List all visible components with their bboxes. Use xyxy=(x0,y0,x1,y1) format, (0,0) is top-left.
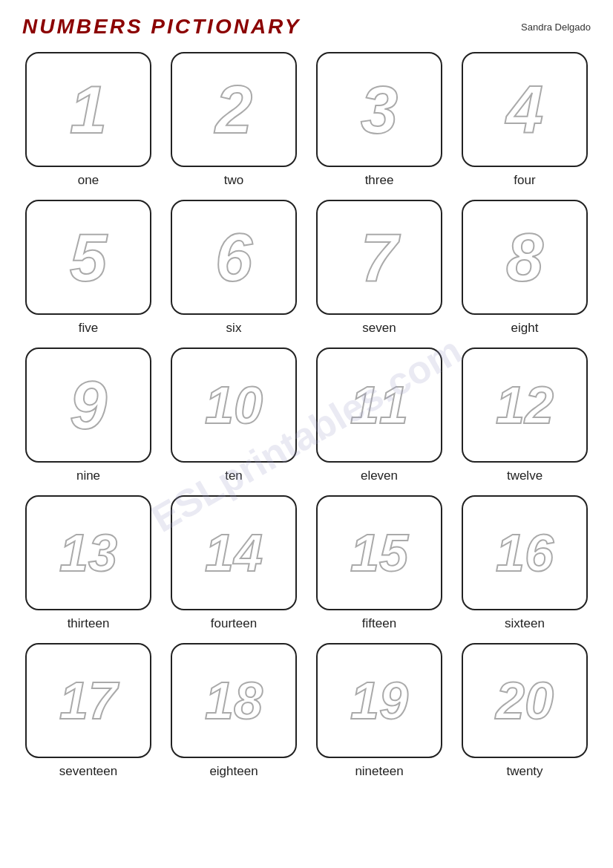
card-box-three: 3 xyxy=(316,52,442,167)
number-card-sixteen: 16sixteen xyxy=(459,495,591,631)
card-box-six: 6 xyxy=(171,200,297,315)
digit-eleven: 11 xyxy=(350,379,408,431)
card-box-eight: 8 xyxy=(462,200,588,315)
digit-seven: 7 xyxy=(361,224,398,291)
number-card-three: 3three xyxy=(313,52,445,188)
number-card-eighteen: 18eighteen xyxy=(168,643,300,779)
card-box-twelve: 12 xyxy=(462,347,588,463)
label-one: one xyxy=(78,173,99,188)
number-card-eleven: 11eleven xyxy=(313,347,445,483)
label-fourteen: fourteen xyxy=(211,616,257,631)
label-twenty: twenty xyxy=(506,764,542,779)
card-box-four: 4 xyxy=(462,52,588,167)
digit-sixteen: 16 xyxy=(496,527,554,579)
digit-five: 5 xyxy=(70,224,107,291)
page-title: NUMBERS PICTIONARY xyxy=(22,15,301,39)
label-seventeen: seventeen xyxy=(59,764,117,779)
label-nine: nine xyxy=(76,469,100,483)
label-ten: ten xyxy=(225,469,243,483)
card-box-twenty: 20 xyxy=(462,643,588,758)
label-seven: seven xyxy=(362,321,396,336)
card-box-eleven: 11 xyxy=(316,347,442,463)
number-card-seven: 7seven xyxy=(313,200,445,336)
number-card-five: 5five xyxy=(22,200,154,336)
card-box-one: 1 xyxy=(25,52,151,167)
label-nineteen: nineteen xyxy=(355,764,403,779)
digit-two: 2 xyxy=(215,76,252,143)
number-card-four: 4four xyxy=(459,52,591,188)
number-card-one: 1one xyxy=(22,52,154,188)
label-twelve: twelve xyxy=(507,469,542,483)
digit-ten: 10 xyxy=(205,379,263,431)
label-sixteen: sixteen xyxy=(505,616,545,631)
label-fifteen: fifteen xyxy=(362,616,396,631)
label-thirteen: thirteen xyxy=(68,616,110,631)
digit-seventeen: 17 xyxy=(59,675,117,727)
number-card-fourteen: 14fourteen xyxy=(168,495,300,631)
card-box-eighteen: 18 xyxy=(171,643,297,758)
number-card-eight: 8eight xyxy=(459,200,591,336)
card-box-nineteen: 19 xyxy=(316,643,442,758)
number-card-six: 6six xyxy=(168,200,300,336)
digit-three: 3 xyxy=(361,76,398,143)
label-six: six xyxy=(226,321,242,336)
card-box-fourteen: 14 xyxy=(171,495,297,610)
card-box-five: 5 xyxy=(25,200,151,315)
digit-twelve: 12 xyxy=(496,379,554,431)
digit-six: 6 xyxy=(215,224,252,291)
number-card-twelve: 12twelve xyxy=(459,347,591,483)
digit-eighteen: 18 xyxy=(205,675,263,727)
numbers-grid: 1one2two3three4four5five6six7seven8eight… xyxy=(22,52,591,779)
label-eighteen: eighteen xyxy=(209,764,258,779)
digit-fourteen: 14 xyxy=(205,527,263,579)
label-three: three xyxy=(365,173,394,188)
number-card-thirteen: 13thirteen xyxy=(22,495,154,631)
card-box-fifteen: 15 xyxy=(316,495,442,610)
digit-nine: 9 xyxy=(70,372,107,439)
number-card-two: 2two xyxy=(168,52,300,188)
card-box-thirteen: 13 xyxy=(25,495,151,610)
card-box-nine: 9 xyxy=(25,347,151,463)
card-box-seventeen: 17 xyxy=(25,643,151,758)
digit-twenty: 20 xyxy=(496,675,554,727)
card-box-seven: 7 xyxy=(316,200,442,315)
number-card-nineteen: 19nineteen xyxy=(313,643,445,779)
author-label: Sandra Delgado xyxy=(521,22,591,33)
digit-one: 1 xyxy=(70,76,107,143)
number-card-twenty: 20twenty xyxy=(459,643,591,779)
digit-nineteen: 19 xyxy=(350,675,408,727)
number-card-nine: 9nine xyxy=(22,347,154,483)
digit-eight: 8 xyxy=(506,224,543,291)
card-box-two: 2 xyxy=(171,52,297,167)
card-box-sixteen: 16 xyxy=(462,495,588,610)
label-four: four xyxy=(514,173,535,188)
digit-fifteen: 15 xyxy=(350,527,408,579)
label-eight: eight xyxy=(511,321,539,336)
label-five: five xyxy=(79,321,98,336)
label-two: two xyxy=(224,173,243,188)
card-box-ten: 10 xyxy=(171,347,297,463)
number-card-fifteen: 15fifteen xyxy=(313,495,445,631)
number-card-ten: 10ten xyxy=(168,347,300,483)
digit-four: 4 xyxy=(506,76,543,143)
digit-thirteen: 13 xyxy=(59,527,117,579)
page-header: NUMBERS PICTIONARY Sandra Delgado xyxy=(22,15,591,39)
number-card-seventeen: 17seventeen xyxy=(22,643,154,779)
label-eleven: eleven xyxy=(361,469,398,483)
